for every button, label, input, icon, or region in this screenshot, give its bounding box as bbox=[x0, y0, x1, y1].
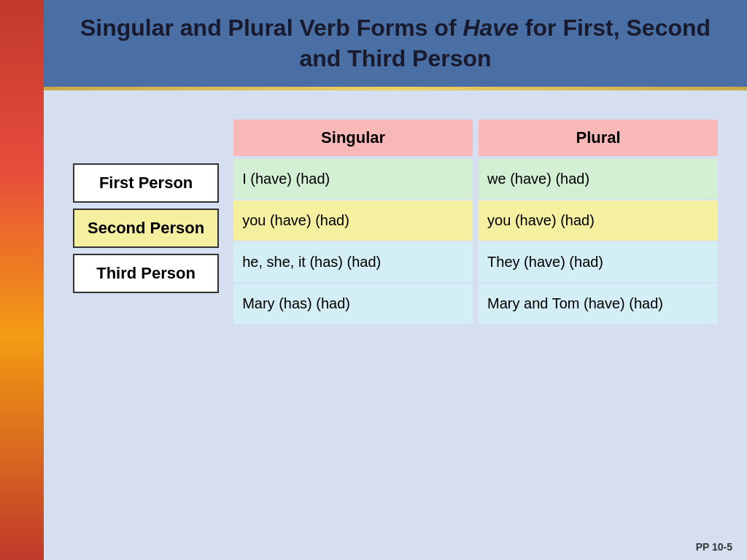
cell-third-plural: They (have) (had) bbox=[479, 242, 718, 282]
table-row: I (have) (had) we (have) (had) bbox=[233, 159, 718, 199]
header: Singular and Plural Verb Forms of Have f… bbox=[44, 0, 747, 87]
cell-third-singular: he, she, it (has) (had) bbox=[233, 242, 473, 282]
title-italic: Have bbox=[462, 15, 519, 41]
cell-second-plural: you (have) (had) bbox=[479, 201, 718, 241]
row-label-second-person: Second Person bbox=[73, 209, 219, 248]
table-wrapper: First Person Second Person Third Person … bbox=[73, 120, 718, 324]
table-row: he, she, it (has) (had) They (have) (had… bbox=[233, 242, 718, 282]
grid-header-row: Singular Plural bbox=[233, 120, 718, 156]
grid-rows: I (have) (had) we (have) (had) you (have… bbox=[233, 159, 718, 324]
row-labels: First Person Second Person Third Person bbox=[73, 163, 219, 299]
left-decoration bbox=[0, 0, 44, 560]
cell-second-singular: you (have) (had) bbox=[233, 201, 473, 241]
slide-number: PP 10-5 bbox=[696, 541, 732, 553]
cell-first-plural: we (have) (had) bbox=[479, 159, 718, 199]
title-text-part1: Singular and Plural Verb Forms of bbox=[80, 15, 463, 41]
row-label-first-person: First Person bbox=[73, 163, 219, 203]
table-row: you (have) (had) you (have) (had) bbox=[233, 201, 718, 241]
content-area: First Person Second Person Third Person … bbox=[44, 90, 747, 560]
plural-header: Plural bbox=[479, 120, 718, 156]
row-label-third-person: Third Person bbox=[73, 254, 219, 293]
main-content: Singular and Plural Verb Forms of Have f… bbox=[44, 0, 747, 560]
cell-first-singular: I (have) (had) bbox=[233, 159, 473, 199]
grid-container: Singular Plural I (have) (had) we (have)… bbox=[233, 120, 718, 324]
singular-header: Singular bbox=[233, 120, 473, 156]
header-title: Singular and Plural Verb Forms of Have f… bbox=[66, 13, 725, 74]
table-row: Mary (has) (had) Mary and Tom (have) (ha… bbox=[233, 284, 718, 324]
cell-third-plural-mary: Mary and Tom (have) (had) bbox=[479, 284, 718, 324]
cell-third-singular-mary: Mary (has) (had) bbox=[233, 284, 473, 324]
